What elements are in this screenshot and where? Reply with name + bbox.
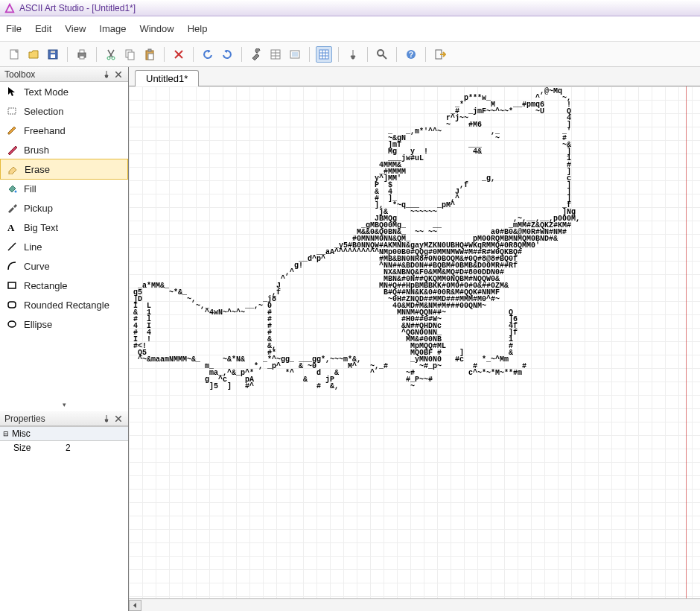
tool-label: Ellipse xyxy=(24,319,52,330)
tool-label: Selection xyxy=(24,106,63,117)
save-icon[interactable] xyxy=(45,46,61,63)
close-icon[interactable] xyxy=(113,69,124,80)
brush-icon xyxy=(6,144,18,156)
svg-rect-12 xyxy=(148,49,151,51)
svg-point-36 xyxy=(8,321,16,327)
open-icon[interactable] xyxy=(25,46,42,63)
properties-section[interactable]: ⊟ Misc xyxy=(0,426,128,441)
scroll-left-icon[interactable] xyxy=(129,600,141,611)
rectangle-icon xyxy=(6,279,18,291)
properties-title: Properties xyxy=(4,414,45,424)
redo-icon[interactable] xyxy=(219,46,235,63)
tool-label: Fill xyxy=(24,183,36,194)
tool-freehand[interactable]: Freehand xyxy=(0,121,128,140)
tool-pickup[interactable]: Pickup xyxy=(0,198,128,218)
print-icon[interactable] xyxy=(74,46,90,63)
tool-ellipse[interactable]: Ellipse xyxy=(0,314,128,334)
grid-icon[interactable] xyxy=(316,46,332,63)
toolbox-list: Text ModeSelectionFreehandBrushEraseFill… xyxy=(0,82,128,398)
svg-rect-34 xyxy=(8,282,16,288)
scroll-track[interactable] xyxy=(141,600,700,611)
tool-label: Curve xyxy=(24,261,50,272)
menubar: File Edit View Image Window Help xyxy=(0,16,700,42)
ascii-content: ,@~Mq p***w_ ^ ~, _* M __#pmq6 xyxy=(129,86,700,598)
selection-icon xyxy=(6,105,18,117)
tool-label: Brush xyxy=(24,145,49,156)
property-row[interactable]: Size 2 xyxy=(0,441,128,455)
tool-rectangle[interactable]: Rectangle xyxy=(0,276,128,295)
layers-icon[interactable] xyxy=(287,46,303,63)
toolbox-header: Toolbox xyxy=(0,67,128,82)
tool-label: Text Mode xyxy=(24,86,69,98)
titlebar: ASCII Art Studio - [Untitled1*] xyxy=(0,0,700,16)
svg-text:?: ? xyxy=(409,51,413,59)
undo-icon[interactable] xyxy=(200,46,216,63)
tool-label: Big Text xyxy=(24,222,58,233)
svg-rect-10 xyxy=(128,52,134,60)
ellipse-icon xyxy=(6,318,18,330)
canvas[interactable]: ,@~Mq p***w_ ^ ~, _* M __#pmq6 xyxy=(129,86,700,598)
menu-edit[interactable]: Edit xyxy=(35,23,51,34)
tool-label: Erase xyxy=(25,164,50,175)
eraser-icon xyxy=(7,163,19,175)
svg-point-31 xyxy=(15,191,17,193)
tab-label: Untitled1* xyxy=(146,73,188,84)
menu-view[interactable]: View xyxy=(65,23,86,34)
svg-rect-2 xyxy=(51,54,55,58)
properties-icon[interactable] xyxy=(267,46,284,63)
svg-line-33 xyxy=(8,243,16,250)
app-icon xyxy=(4,3,15,13)
tool-label: Freehand xyxy=(24,125,66,136)
close-icon[interactable] xyxy=(113,414,124,424)
toolbar: ? xyxy=(0,42,700,67)
pin-icon[interactable] xyxy=(101,69,112,80)
tool-brush[interactable]: Brush xyxy=(0,140,128,159)
svg-rect-35 xyxy=(8,302,16,308)
menu-image[interactable]: Image xyxy=(99,23,126,34)
copy-icon[interactable] xyxy=(122,46,139,63)
pin-icon[interactable] xyxy=(101,414,112,424)
svg-text:A: A xyxy=(7,222,15,232)
delete-icon[interactable] xyxy=(171,46,187,63)
chevron-down-icon[interactable]: ▾ xyxy=(0,398,128,411)
tool-curve[interactable]: Curve xyxy=(0,256,128,276)
properties-panel: ⊟ Misc Size 2 xyxy=(0,426,128,611)
cut-icon[interactable] xyxy=(103,46,119,63)
tool-big-text[interactable]: ABig Text xyxy=(0,218,128,237)
collapse-icon: ⊟ xyxy=(3,430,9,437)
property-value: 2 xyxy=(66,443,71,453)
tool-selection[interactable]: Selection xyxy=(0,101,128,121)
tool-erase[interactable]: Erase xyxy=(0,159,128,180)
property-key: Size xyxy=(13,443,66,453)
eyedropper-icon xyxy=(6,202,18,214)
svg-rect-13 xyxy=(148,54,153,60)
menu-help[interactable]: Help xyxy=(188,23,208,34)
svg-point-8 xyxy=(112,57,115,60)
tool-label: Pickup xyxy=(24,203,53,214)
tool-label: Rectangle xyxy=(24,280,68,291)
horizontal-scrollbar[interactable] xyxy=(129,598,700,611)
svg-rect-6 xyxy=(80,56,84,59)
paste-icon[interactable] xyxy=(141,46,158,63)
window-title: ASCII Art Studio - [Untitled1*] xyxy=(19,3,136,13)
tool-fill[interactable]: Fill xyxy=(0,179,128,198)
menu-window[interactable]: Window xyxy=(139,23,174,34)
tab-untitled[interactable]: Untitled1* xyxy=(135,70,199,86)
new-icon[interactable] xyxy=(6,46,22,63)
bigtext-icon: A xyxy=(6,221,18,233)
exit-icon[interactable] xyxy=(432,46,448,63)
svg-rect-20 xyxy=(319,50,328,59)
tools-icon[interactable] xyxy=(248,46,264,63)
pin-icon[interactable] xyxy=(345,46,361,63)
properties-section-label: Misc xyxy=(12,428,31,439)
tool-rounded-rectangle[interactable]: Rounded Rectangle xyxy=(0,295,128,314)
svg-line-26 xyxy=(383,55,386,59)
menu-file[interactable]: File xyxy=(6,23,22,34)
tool-text-mode[interactable]: Text Mode xyxy=(0,82,128,101)
svg-rect-30 xyxy=(8,108,16,114)
tool-line[interactable]: Line xyxy=(0,237,128,256)
zoom-icon[interactable] xyxy=(374,46,390,63)
pencil-icon xyxy=(6,124,18,136)
help-icon[interactable]: ? xyxy=(403,46,419,63)
rounded-rectangle-icon xyxy=(6,299,18,311)
